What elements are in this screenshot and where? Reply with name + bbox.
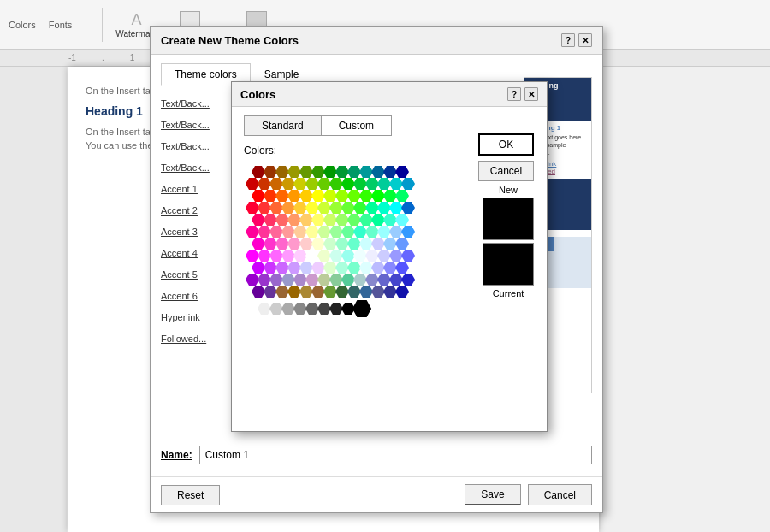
hex-cell[interactable] <box>329 178 343 190</box>
hex-cell[interactable] <box>299 286 313 298</box>
hex-cell[interactable] <box>258 202 271 214</box>
hex-cell[interactable] <box>299 214 313 226</box>
hex-cell[interactable] <box>305 226 319 238</box>
hex-cell[interactable] <box>371 214 385 226</box>
hex-cell[interactable] <box>341 250 355 262</box>
hex-cell[interactable] <box>246 178 259 190</box>
hex-cell[interactable] <box>365 274 379 286</box>
hex-cell[interactable] <box>365 202 379 214</box>
hex-cell[interactable] <box>329 250 343 262</box>
hex-cell[interactable] <box>305 202 319 214</box>
hex-cell[interactable] <box>287 166 301 178</box>
hex-cell[interactable] <box>323 262 337 274</box>
hex-cell[interactable] <box>299 238 313 250</box>
hex-cell[interactable] <box>401 202 415 214</box>
hex-cell[interactable] <box>281 274 295 286</box>
hex-cell[interactable] <box>252 190 265 202</box>
hex-cell[interactable] <box>299 262 313 274</box>
hex-cell[interactable] <box>311 262 325 274</box>
hex-cell[interactable] <box>293 202 307 214</box>
hex-cell[interactable] <box>347 166 361 178</box>
hex-cell[interactable] <box>335 214 349 226</box>
hex-cell[interactable] <box>264 166 277 178</box>
hex-cell[interactable] <box>311 190 325 202</box>
hex-cell[interactable] <box>383 166 397 178</box>
hex-cell[interactable] <box>353 226 367 238</box>
hex-cell[interactable] <box>281 202 295 214</box>
hex-cell[interactable] <box>317 250 331 262</box>
tab-custom[interactable]: Custom <box>322 116 391 135</box>
hex-cell[interactable] <box>299 190 313 202</box>
hex-cell[interactable] <box>317 274 331 286</box>
color-wheel-svg[interactable] <box>244 162 424 333</box>
hex-cell[interactable] <box>246 226 259 238</box>
hex-cell[interactable] <box>359 190 373 202</box>
hex-cell[interactable] <box>281 303 295 315</box>
hex-cell[interactable] <box>287 214 301 226</box>
hex-cell[interactable] <box>341 274 355 286</box>
hex-cell[interactable] <box>365 226 379 238</box>
hex-cell[interactable] <box>383 262 397 274</box>
hex-cell[interactable] <box>371 166 385 178</box>
hex-cell[interactable] <box>335 238 349 250</box>
hex-cell[interactable] <box>389 178 403 190</box>
hex-cell[interactable] <box>293 250 307 262</box>
hex-cell[interactable] <box>383 190 397 202</box>
hex-cell[interactable] <box>275 262 289 274</box>
hex-cell[interactable] <box>246 250 259 262</box>
hex-cell[interactable] <box>275 166 289 178</box>
ribbon-fonts-tab[interactable]: Fonts <box>49 20 73 30</box>
hex-cell[interactable] <box>258 303 271 315</box>
hex-cell[interactable] <box>365 178 379 190</box>
hex-cell[interactable] <box>287 238 301 250</box>
hex-cell[interactable] <box>341 226 355 238</box>
hex-cell[interactable] <box>341 202 355 214</box>
hex-cell[interactable] <box>401 226 415 238</box>
hex-cell[interactable] <box>270 250 283 262</box>
ribbon-colors-tab[interactable]: Colors <box>9 20 36 30</box>
hex-cell[interactable] <box>335 190 349 202</box>
hex-cell[interactable] <box>335 166 349 178</box>
hex-cell[interactable] <box>281 226 295 238</box>
hex-cell[interactable] <box>275 286 289 298</box>
hex-cell[interactable] <box>264 286 277 298</box>
theme-dialog-close[interactable]: ✕ <box>578 33 592 47</box>
hex-cell[interactable] <box>275 214 289 226</box>
hex-cell[interactable] <box>311 238 325 250</box>
hex-cell[interactable] <box>252 238 265 250</box>
hex-cell[interactable] <box>323 166 337 178</box>
hex-cell[interactable] <box>299 166 313 178</box>
hex-cell[interactable] <box>305 303 319 315</box>
hex-cell[interactable] <box>401 250 415 262</box>
hex-cell[interactable] <box>377 226 391 238</box>
hex-cell[interactable] <box>371 238 385 250</box>
hex-cell[interactable] <box>371 190 385 202</box>
hex-cell[interactable] <box>395 262 409 274</box>
hex-cell[interactable] <box>287 190 301 202</box>
hex-cell[interactable] <box>353 274 367 286</box>
hex-cell[interactable] <box>353 202 367 214</box>
hex-cell[interactable] <box>293 178 307 190</box>
hex-cell[interactable] <box>347 238 361 250</box>
tab-standard[interactable]: Standard <box>245 116 322 135</box>
theme-dialog-help[interactable]: ? <box>561 33 575 47</box>
hex-cell[interactable] <box>365 250 379 262</box>
hex-cell[interactable] <box>377 202 391 214</box>
hex-cell[interactable] <box>335 286 349 298</box>
hex-cell[interactable] <box>252 286 265 298</box>
hex-cell[interactable] <box>395 214 409 226</box>
hex-cell[interactable] <box>359 262 373 274</box>
hex-cell[interactable] <box>317 202 331 214</box>
hex-cell[interactable] <box>252 166 265 178</box>
hex-cell[interactable] <box>264 262 277 274</box>
hex-cell[interactable] <box>359 238 373 250</box>
hex-cell[interactable] <box>347 262 361 274</box>
hex-cell[interactable] <box>377 274 391 286</box>
save-button[interactable]: Save <box>465 484 520 505</box>
hex-cell[interactable] <box>270 303 283 315</box>
hex-cell[interactable] <box>389 274 403 286</box>
hex-cell[interactable] <box>246 202 259 214</box>
hex-cell[interactable] <box>347 286 361 298</box>
hex-cell[interactable] <box>371 262 385 274</box>
hex-cell[interactable] <box>383 286 397 298</box>
